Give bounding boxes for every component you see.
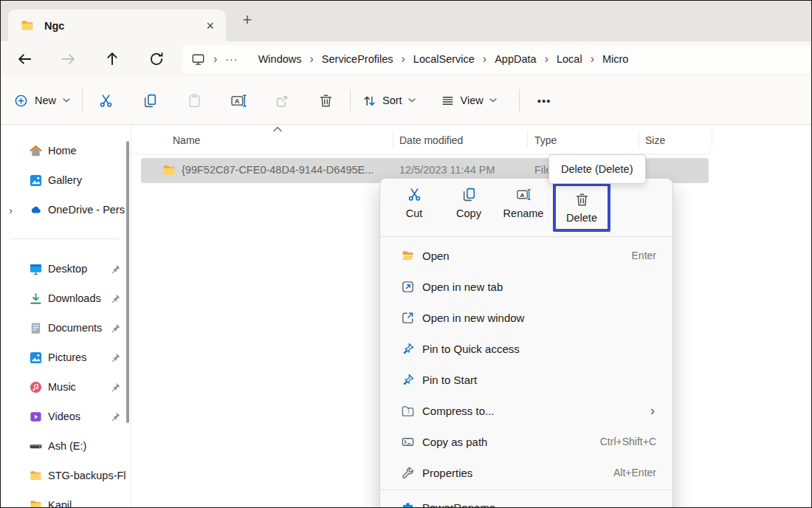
menu-item-compress-to[interactable]: Compress to... › <box>380 395 672 426</box>
sidebar-scrollbar[interactable] <box>126 141 129 423</box>
sidebar-item-label: Downloads <box>48 292 101 304</box>
folder-icon <box>29 498 43 508</box>
sidebar-item-label: Documents <box>48 322 102 334</box>
breadcrumb[interactable]: › ··· › Windows › ServiceProfiles › Loca… <box>182 45 811 73</box>
sidebar-divider <box>10 238 119 239</box>
menu-item-copy-as-path[interactable]: Copy as path Ctrl+Shift+C <box>380 426 672 457</box>
column-header-size[interactable]: Size <box>645 134 665 146</box>
menu-item-open-new-tab[interactable]: Open in new tab <box>380 271 672 302</box>
copy-icon <box>461 187 477 202</box>
context-cut-button[interactable]: Cut <box>390 187 438 219</box>
sidebar-item-label: Music <box>48 381 76 393</box>
breadcrumb-segment[interactable]: ServiceProfiles <box>322 53 393 65</box>
copy-button[interactable] <box>135 86 165 115</box>
column-header-date[interactable]: Date modified <box>399 134 463 146</box>
see-more-button[interactable]: ••• <box>537 95 551 107</box>
tab-close-icon[interactable]: × <box>206 19 214 32</box>
pin-icon <box>110 264 121 275</box>
documents-icon <box>29 321 43 335</box>
breadcrumb-segment[interactable]: Micro <box>602 53 628 65</box>
pin-icon <box>110 382 121 393</box>
sidebar-item-downloads[interactable]: Downloads <box>1 284 131 313</box>
refresh-icon[interactable] <box>148 51 165 67</box>
delete-button[interactable] <box>311 86 340 115</box>
folder-icon <box>29 469 43 483</box>
sidebar-item-label: Home <box>48 145 77 157</box>
chevron-right-icon[interactable]: › <box>9 204 13 216</box>
chevron-right-icon: › <box>213 52 217 66</box>
sidebar-item-stg-backups[interactable]: STG-backups-Fl <box>1 461 131 490</box>
context-copy-button[interactable]: Copy <box>445 187 492 219</box>
menu-item-pin-to-start[interactable]: Pin to Start <box>380 364 672 395</box>
cut-button[interactable] <box>91 86 120 115</box>
view-button[interactable]: View <box>441 94 497 108</box>
chevron-right-icon: › <box>545 52 548 66</box>
sidebar-item-documents[interactable]: Documents <box>1 313 131 343</box>
menu-item-powerrename[interactable]: PowerRename <box>380 492 672 508</box>
column-header-type[interactable]: Type <box>534 134 557 146</box>
pin-icon <box>110 293 121 304</box>
column-divider[interactable] <box>639 131 639 148</box>
chevron-right-icon: › <box>402 52 405 66</box>
new-button-label: New <box>35 95 56 106</box>
sidebar-item-label: Desktop <box>48 263 87 275</box>
sidebar-item-onedrive[interactable]: › OneDrive - Pers <box>1 195 131 224</box>
column-divider[interactable] <box>712 131 712 148</box>
onedrive-icon <box>29 203 43 217</box>
command-label: Delete <box>566 212 597 224</box>
sidebar-item-ash-drive[interactable]: Ash (E:) <box>1 431 131 461</box>
folder-icon <box>162 163 176 178</box>
column-divider[interactable] <box>527 131 528 148</box>
new-tab-button[interactable]: + <box>237 10 258 30</box>
breadcrumb-segment[interactable]: Local <box>557 53 582 65</box>
toolbar-divider <box>350 89 351 111</box>
svg-text:A: A <box>234 97 239 104</box>
delete-highlight-box[interactable]: Delete <box>553 183 610 232</box>
tab-title: Ngc <box>44 20 64 32</box>
breadcrumb-segment[interactable]: Windows <box>258 53 302 65</box>
menu-item-label: Properties <box>422 467 472 479</box>
sidebar-item-desktop[interactable]: Desktop <box>1 254 131 284</box>
menu-item-open-new-window[interactable]: Open in new window <box>380 302 672 333</box>
sidebar-item-kapil[interactable]: Kapil <box>1 490 131 508</box>
up-icon[interactable] <box>104 51 120 67</box>
menu-item-label: Open in new tab <box>422 281 503 293</box>
breadcrumb-segment[interactable]: LocalService <box>413 53 475 65</box>
chevron-right-icon: › <box>591 52 594 66</box>
sort-icon <box>362 94 376 108</box>
menu-item-pin-quick-access[interactable]: Pin to Quick access <box>380 333 672 364</box>
file-name: {99F52C87-CFE0-48D4-9144-D6495E... <box>182 164 374 176</box>
videos-icon <box>29 410 43 424</box>
drive-icon <box>29 439 43 453</box>
command-label: Cut <box>406 207 423 219</box>
new-button[interactable]: New <box>14 94 70 108</box>
sidebar-item-pictures[interactable]: Pictures <box>1 343 131 372</box>
tab-ngc[interactable]: Ngc × <box>8 10 226 41</box>
menu-divider <box>380 490 672 490</box>
sort-button[interactable]: Sort <box>362 94 416 108</box>
column-header-name[interactable]: Name <box>173 134 200 146</box>
menu-item-properties[interactable]: Properties Alt+Enter <box>380 457 672 488</box>
sidebar-item-label: Videos <box>48 411 80 422</box>
chevron-down-icon <box>489 98 497 103</box>
sidebar-item-home[interactable]: Home <box>1 136 131 165</box>
desktop-icon <box>29 262 43 276</box>
menu-item-label: Open in new window <box>422 312 524 324</box>
context-rename-button[interactable]: A Rename <box>497 187 550 219</box>
breadcrumb-overflow[interactable]: ··· <box>225 53 238 65</box>
menu-item-shortcut: Alt+Enter <box>613 467 656 478</box>
sidebar-item-gallery[interactable]: Gallery <box>1 165 131 195</box>
view-label: View <box>461 95 484 106</box>
column-divider[interactable] <box>393 131 393 148</box>
chevron-down-icon <box>63 98 70 103</box>
trash-icon <box>574 192 590 207</box>
sidebar-item-videos[interactable]: Videos <box>1 402 131 431</box>
menu-item-open[interactable]: Open Enter <box>380 240 672 271</box>
pin-icon <box>401 342 415 356</box>
navigation-pane: Home Gallery › OneDrive - Pers Desktop D… <box>1 125 131 508</box>
menu-item-label: Pin to Quick access <box>422 343 520 355</box>
sidebar-item-music[interactable]: Music <box>1 372 131 402</box>
rename-button[interactable]: A <box>224 86 253 115</box>
back-icon[interactable] <box>17 51 33 67</box>
breadcrumb-segment[interactable]: AppData <box>495 53 536 65</box>
